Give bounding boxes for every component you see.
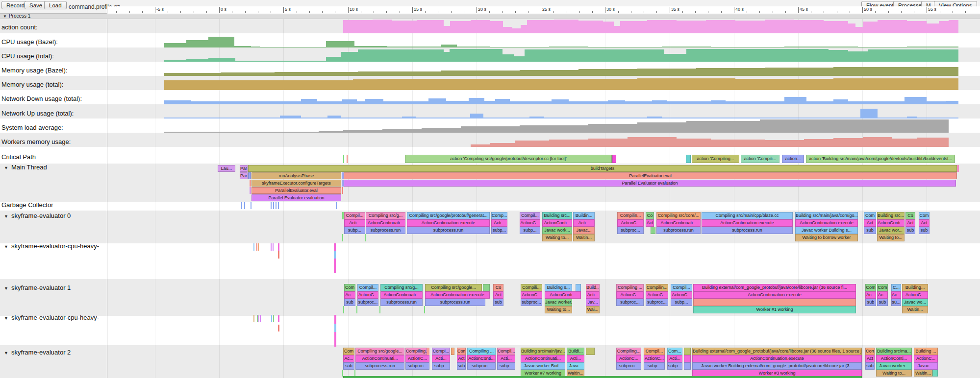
skyframe-evaluator-2-row-1-bar[interactable]: Acti... [567, 355, 584, 362]
collapse-arrow-icon[interactable]: ▼ [4, 244, 8, 249]
skyframe-evaluator-2-row-1-bar[interactable]: ActionContinuati... [355, 355, 404, 362]
workers-memory-usage-bar[interactable] [490, 143, 515, 147]
skyframe-evaluator-1-row-3-bar[interactable] [343, 306, 344, 313]
main-thread-row-0-bar[interactable]: Lau... [218, 165, 235, 172]
skyframe-evaluator-0-row-2-bar[interactable]: subprocess.run [366, 227, 405, 234]
row-label-main-thread[interactable]: ▼Main Thread [4, 164, 47, 171]
cpu-usage-bazel-bar[interactable] [662, 47, 711, 47]
skyframe-evaluator-0-row-1-bar[interactable]: Act [919, 219, 930, 227]
memory-usage-bazel-bar[interactable] [358, 71, 441, 76]
network-up-usage-bar[interactable] [662, 118, 860, 118]
workers-memory-usage-bar[interactable] [588, 139, 628, 147]
skyframe-evaluator-2-row-3-bar[interactable] [342, 370, 343, 377]
skyframe-evaluator-1-row-0-bar[interactable]: Building... [902, 284, 928, 291]
network-down-usage-bar[interactable] [625, 101, 652, 104]
skyframe-evaluator-1-row-2-bar[interactable]: subproc... [521, 299, 542, 306]
memory-usage-bazel-bar[interactable] [578, 69, 637, 76]
skyframe-evaluator-1-row-0-bar[interactable]: Compil... [357, 284, 378, 291]
collapse-arrow-icon[interactable]: ▼ [4, 316, 8, 321]
network-down-usage-bar[interactable] [317, 101, 342, 104]
network-up-usage-bar[interactable] [164, 118, 280, 118]
skyframe-evaluator-1-row-0-bar[interactable]: Com [865, 284, 876, 291]
action-count-bar[interactable] [848, 24, 855, 33]
memory-usage-total-bar[interactable] [164, 80, 353, 90]
skyframe-evaluator-2-row-2-bar[interactable]: subp... [644, 362, 665, 370]
cpu-usage-bazel-bar[interactable] [588, 47, 662, 47]
skyframe-evaluator-2-row-0-bar[interactable]: Compil... [497, 348, 515, 355]
network-down-usage-bar[interactable] [301, 99, 317, 104]
garbage-collector-bar[interactable] [241, 202, 242, 209]
skyframe-evaluator-2-row-0-bar[interactable]: Com... [667, 348, 682, 355]
network-down-usage-bar[interactable] [164, 100, 191, 104]
action-count-bar[interactable] [878, 20, 907, 33]
skyframe-evaluator-0-row-1-bar[interactable]: Acti... [573, 219, 595, 227]
skyframe-evaluator-0-row-0-bar[interactable]: Co [646, 212, 654, 219]
skyframe-evaluator-2-row-1-bar[interactable]: ActionContinuation.execute [692, 355, 862, 362]
skyframe-evaluator-cpu-heavy-1-bar[interactable] [253, 243, 254, 251]
action-count-bar[interactable] [503, 27, 512, 33]
skyframe-evaluator-0-row-0-bar[interactable]: Com [864, 212, 876, 219]
action-count-bar[interactable] [706, 20, 735, 33]
skyframe-evaluator-cpu-heavy-2-bar[interactable] [334, 315, 336, 324]
skyframe-evaluator-0-row-0-bar[interactable]: Com [919, 212, 930, 219]
skyframe-evaluator-1-row-0-bar[interactable]: C... [891, 284, 901, 291]
network-up-usage-bar[interactable] [416, 118, 470, 118]
skyframe-evaluator-1-row-1-bar[interactable]: ActionC... [671, 291, 692, 299]
skyframe-evaluator-2-row-1-bar[interactable]: ActionC... [914, 355, 938, 362]
cpu-usage-bazel-bar[interactable] [251, 47, 260, 47]
cpu-usage-bazel-bar[interactable] [387, 47, 441, 47]
system-load-average-bar[interactable] [319, 131, 343, 133]
main-thread-row-3-bar[interactable] [250, 187, 251, 194]
workers-memory-usage-bar[interactable] [833, 138, 863, 147]
skyframe-evaluator-2-row-0-bar[interactable] [586, 348, 595, 355]
network-down-usage-bar[interactable] [484, 101, 495, 104]
network-up-usage-bar[interactable] [402, 117, 416, 118]
garbage-collector-bar[interactable] [336, 202, 337, 209]
network-down-usage-bar[interactable] [927, 101, 946, 104]
skyframe-evaluator-1-row-0-bar[interactable]: Compiling src/g... [380, 284, 423, 291]
workers-memory-usage-bar[interactable] [677, 139, 711, 147]
skyframe-evaluator-cpu-heavy-2-bar[interactable] [253, 315, 254, 322]
collapse-arrow-icon[interactable]: ▼ [3, 14, 7, 19]
collapse-arrow-icon[interactable]: ▼ [4, 165, 8, 170]
network-down-usage-bar[interactable] [383, 101, 428, 104]
skyframe-evaluator-1-row-0-bar[interactable]: Compiling ... [616, 284, 644, 291]
cpu-usage-bazel-bar[interactable] [907, 47, 958, 47]
memory-usage-bazel-bar[interactable] [637, 69, 696, 76]
garbage-collector-bar[interactable] [271, 202, 272, 209]
skyframe-evaluator-1-row-1-bar[interactable]: ActionContinuation.execute [693, 291, 856, 299]
skyframe-evaluator-0-row-2-bar[interactable]: subproc... [617, 227, 644, 234]
main-thread-row-0-bar[interactable] [957, 165, 959, 172]
main-thread-row-0-bar[interactable]: Par [240, 165, 248, 172]
skyframe-evaluator-0-row-3-bar[interactable] [342, 234, 343, 241]
action-count-bar[interactable] [521, 25, 527, 33]
skyframe-evaluator-cpu-heavy-2-bar[interactable] [278, 315, 279, 322]
skyframe-evaluator-1-row-3-bar[interactable]: Waiting to... [545, 306, 572, 313]
cpu-usage-bazel-bar[interactable] [858, 47, 907, 47]
workers-memory-usage-bar[interactable] [804, 139, 833, 147]
skyframe-evaluator-1-row-0-bar[interactable]: Co [493, 284, 503, 291]
skyframe-evaluator-cpu-heavy-1-bar[interactable] [334, 251, 336, 259]
skyframe-evaluator-1-row-2-bar[interactable]: subprocess.run [425, 299, 485, 306]
load-button[interactable]: Load [44, 1, 67, 9]
skyframe-evaluator-1-row-0-bar[interactable]: Building s... [545, 284, 572, 291]
memory-usage-bazel-bar[interactable] [765, 68, 833, 76]
skyframe-evaluator-1-row-1-bar[interactable]: ActionContinuati... [380, 291, 423, 299]
skyframe-evaluator-1-row-1-bar[interactable]: Ac... [891, 291, 901, 299]
memory-usage-bazel-bar[interactable] [164, 73, 221, 76]
skyframe-evaluator-0-row-3-bar[interactable]: Waiting to... [542, 234, 572, 241]
system-load-average-bar[interactable] [686, 121, 760, 133]
skyframe-evaluator-2-row-2-bar[interactable] [684, 362, 691, 370]
collapse-arrow-icon[interactable]: ▼ [4, 286, 8, 291]
skyframe-evaluator-0-row-3-bar[interactable]: Waiting to borrow worker [795, 234, 858, 241]
skyframe-evaluator-cpu-heavy-1-bar[interactable] [271, 243, 272, 251]
skyframe-evaluator-0-row-0-bar[interactable]: Compiling src/main/cpp/blaze.cc [702, 212, 793, 219]
skyframe-evaluator-2-row-2-bar[interactable]: Javac ... [914, 362, 938, 370]
skyframe-evaluator-2-row-1-bar[interactable]: ActionC... [405, 355, 429, 362]
memory-usage-total-bar[interactable] [377, 79, 539, 90]
critical-path-bar[interactable] [612, 155, 616, 163]
cpu-usage-total-bar[interactable] [503, 54, 514, 62]
system-load-average-bar[interactable] [760, 119, 949, 133]
skyframe-evaluator-0-row-2-bar[interactable]: subprocess.run [702, 227, 793, 234]
memory-usage-bazel-bar[interactable] [221, 72, 275, 76]
